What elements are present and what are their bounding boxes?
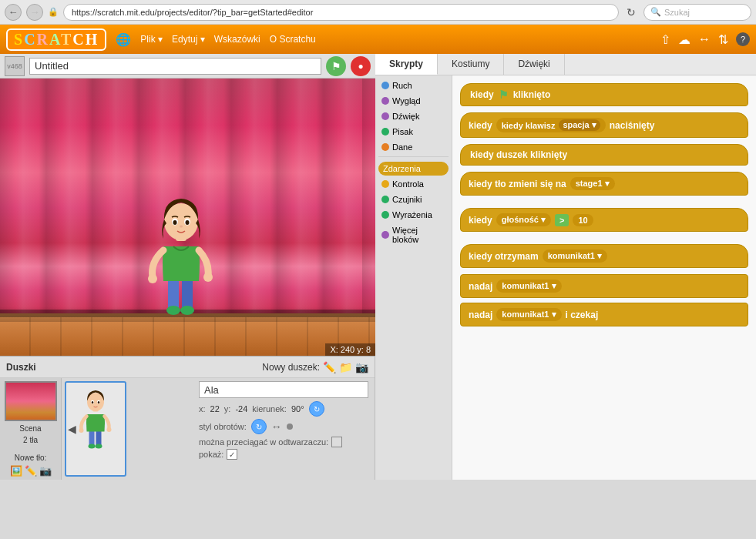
nadaj-dropdown[interactable]: komunikat1 ▾ bbox=[496, 280, 561, 293]
svg-point-2 bbox=[166, 306, 180, 315]
direction-control[interactable]: ↻ bbox=[309, 401, 324, 417]
new-sprite-upload[interactable]: 📁 bbox=[339, 361, 352, 373]
block-kiedy-klawisz[interactable]: kiedy kiedy klawisz spacja ▾ naciśnięty bbox=[460, 112, 748, 138]
block-kiedy-duszek[interactable]: kiedy duszek kliknięty bbox=[460, 144, 748, 166]
drag-row: można przeciągać w odtwarzaczu: bbox=[199, 437, 368, 447]
help-icon[interactable]: ? bbox=[736, 32, 750, 46]
bg-image-icon[interactable]: 🖼️ bbox=[10, 465, 22, 477]
cat-wyglad[interactable]: Wygląd bbox=[378, 94, 449, 108]
svg-point-12 bbox=[180, 226, 183, 228]
sprite-name-input[interactable] bbox=[199, 381, 368, 398]
forward-button[interactable]: → bbox=[26, 4, 43, 21]
cat-wiecej[interactable]: Więcej bloków bbox=[378, 223, 449, 246]
cloud-icon[interactable]: ☁ bbox=[678, 32, 690, 47]
svg-point-11 bbox=[186, 220, 190, 225]
stage-canvas: X: 240 y: 8 bbox=[0, 79, 375, 356]
sprite-ala bbox=[146, 192, 216, 316]
sprite-coords-row: x: 22 y: -24 kierunek: 90° ↻ bbox=[199, 401, 368, 417]
green-flag-button[interactable]: ⚑ bbox=[326, 56, 346, 76]
browser-bar: ← → 🔒 https://scratch.mit.edu/projects/e… bbox=[0, 0, 756, 25]
cat-ruch[interactable]: Ruch bbox=[378, 79, 449, 92]
menu-edytuj[interactable]: Edytuj ▾ bbox=[172, 34, 205, 45]
otrzymam-dropdown[interactable]: komunikat1 ▾ bbox=[543, 249, 607, 263]
cat-zdarzenia[interactable]: Zdarzenia bbox=[378, 162, 449, 176]
tab-skrypty[interactable]: Skrypty bbox=[375, 54, 438, 75]
klawisz-dropdown[interactable]: kiedy klawisz spacja ▾ bbox=[496, 118, 606, 132]
rotation-all-btn[interactable]: ↻ bbox=[251, 419, 267, 434]
cat-dane[interactable]: Dane bbox=[378, 140, 449, 154]
sprite-info: x: 22 y: -24 kierunek: 90° ↻ styl obrotó… bbox=[193, 378, 375, 480]
script-workspace: kiedy ⚑ kliknięto kiedy kiedy klawisz sp… bbox=[452, 75, 756, 480]
svg-point-3 bbox=[180, 306, 194, 315]
menu-plik[interactable]: Plik ▾ bbox=[140, 34, 163, 45]
cat-czujniki[interactable]: Czujniki bbox=[378, 192, 449, 206]
scene-thumbnail[interactable] bbox=[5, 381, 57, 421]
menu-wskazowki[interactable]: Wskazówki bbox=[214, 34, 260, 45]
block-kiedy-kliknieto[interactable]: kiedy ⚑ kliknięto bbox=[460, 83, 748, 106]
script-content: Ruch Wygląd Dźwięk Pisak Dane bbox=[375, 75, 756, 480]
upload-icon[interactable]: ⇧ bbox=[660, 32, 670, 47]
tab-kostiumy[interactable]: Kostiumy bbox=[438, 54, 504, 75]
show-label: pokaż: bbox=[199, 450, 223, 459]
search-bar[interactable]: 🔍 Szukaj bbox=[643, 4, 751, 21]
project-title-input[interactable] bbox=[29, 58, 321, 75]
svg-point-10 bbox=[173, 220, 177, 225]
block-kiedy-otrzymam[interactable]: kiedy otrzymam komunikat1 ▾ bbox=[460, 244, 748, 268]
svg-point-16 bbox=[96, 444, 102, 449]
block-kiedy-tlo[interactable]: kiedy tło zmieni się na stage1 ▾ bbox=[460, 172, 748, 196]
rotation-lr-btn[interactable]: ↔ bbox=[271, 420, 282, 433]
cat-pisak[interactable]: Pisak bbox=[378, 125, 449, 139]
embed-icon[interactable]: ⇅ bbox=[718, 32, 728, 47]
rotation-style-row: styl obrotów: ↻ ↔ bbox=[199, 419, 368, 434]
block-nadaj-czekaj[interactable]: nadaj komunikat1 ▾ i czekaj bbox=[460, 303, 748, 326]
language-button[interactable]: 🌐 bbox=[116, 32, 131, 47]
stop-button[interactable]: ● bbox=[351, 56, 371, 76]
stage-header: v468 ⚑ ● bbox=[0, 54, 375, 79]
new-sprite-draw[interactable]: ✏️ bbox=[323, 361, 336, 373]
sprite-arrow-left[interactable]: ◀ bbox=[68, 423, 76, 435]
new-sprite-area: Nowy duszek: ✏️ 📁 📷 bbox=[262, 361, 368, 373]
glosnosc-dropdown[interactable]: głośność ▾ bbox=[496, 213, 551, 226]
scratch-toolbar: SCRATCH 🌐 Plik ▾ Edytuj ▾ Wskazówki O Sc… bbox=[0, 25, 756, 54]
cat-kontrola[interactable]: Kontrola bbox=[378, 177, 449, 191]
sprite-thumbnail: v468 bbox=[5, 56, 25, 76]
spacja-value[interactable]: spacja ▾ bbox=[559, 119, 600, 131]
svg-point-15 bbox=[89, 444, 96, 449]
bg-camera-icon[interactable]: 📷 bbox=[39, 465, 52, 477]
cat-wyrazenia[interactable]: Wyrażenia bbox=[378, 208, 449, 222]
block-nadaj[interactable]: nadaj komunikat1 ▾ bbox=[460, 274, 748, 298]
nadaj2-dropdown[interactable]: komunikat1 ▾ bbox=[496, 308, 561, 321]
toolbar-icons: ⇧ ☁ ↔ ⇅ ? bbox=[660, 32, 750, 47]
bg-paint-icon[interactable]: ✏️ bbox=[25, 465, 37, 477]
drag-checkbox[interactable] bbox=[331, 437, 342, 447]
back-button[interactable]: ← bbox=[5, 4, 22, 21]
scratch-logo: SCRATCH bbox=[6, 28, 106, 51]
show-checkbox[interactable]: ✓ bbox=[227, 449, 237, 460]
right-panel: Skrypty Kostiumy Dźwięki Ruch Wygląd Dźw… bbox=[375, 54, 756, 480]
svg-point-18 bbox=[107, 427, 112, 432]
sprites-title: Duszki bbox=[6, 362, 36, 373]
value-10[interactable]: 10 bbox=[573, 214, 593, 226]
new-sprite-camera[interactable]: 📷 bbox=[355, 361, 368, 373]
scene-sublabel: 2 tła bbox=[23, 436, 38, 444]
menu-o-scratchu[interactable]: O Scratchu bbox=[270, 34, 316, 45]
rotation-label: styl obrotów: bbox=[199, 422, 247, 431]
sprite-item-ala[interactable]: ◀ bbox=[65, 381, 126, 477]
tlo-dropdown[interactable]: stage1 ▾ bbox=[570, 177, 615, 190]
fullscreen-icon[interactable]: ↔ bbox=[698, 32, 711, 46]
url-bar[interactable]: https://scratch.mit.edu/projects/editor/… bbox=[63, 4, 619, 21]
refresh-button[interactable]: ↻ bbox=[623, 5, 639, 20]
sprite-list: ◀ bbox=[62, 378, 193, 480]
search-icon: 🔍 bbox=[650, 7, 661, 17]
svg-point-4 bbox=[148, 274, 157, 283]
tab-dzwieki[interactable]: Dźwięki bbox=[504, 54, 564, 75]
direction-value: 90° bbox=[291, 404, 304, 413]
scene-label: Scena bbox=[19, 424, 41, 433]
svg-point-17 bbox=[79, 428, 84, 433]
block-kiedy-glosnosc[interactable]: kiedy głośność ▾ > 10 bbox=[460, 208, 748, 232]
lock-icon: 🔒 bbox=[48, 7, 59, 17]
sprites-header: Duszki Nowy duszek: ✏️ 📁 📷 bbox=[0, 357, 375, 378]
svg-point-24 bbox=[98, 401, 100, 403]
cat-dzwiek[interactable]: Dźwięk bbox=[378, 109, 449, 123]
rotation-none-btn[interactable] bbox=[287, 424, 293, 430]
